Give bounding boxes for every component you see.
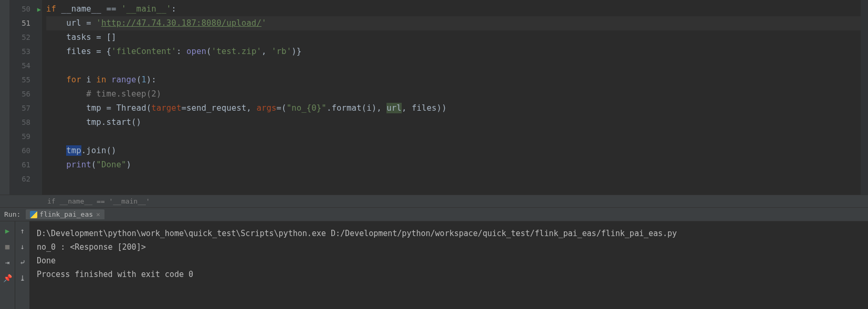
breadcrumb-item[interactable]: if __name__ == '__main__' bbox=[47, 197, 150, 205]
code-editor[interactable]: if __name__ == '__main__': url = 'http:/… bbox=[42, 0, 861, 195]
up-icon[interactable]: ↑ bbox=[20, 227, 24, 235]
line-number[interactable]: 57 bbox=[9, 101, 42, 115]
run-tab-bar: Run: flink_pai_eas × bbox=[0, 208, 868, 221]
code-line[interactable] bbox=[46, 130, 861, 144]
console-line: no_0 : <Response [200]> bbox=[37, 240, 861, 254]
project-strip[interactable] bbox=[0, 0, 9, 195]
run-tool-window: Run: flink_pai_eas × ▶ ■ ⇥ 📌 ↑ ↓ ⤶ ⤓ D:\… bbox=[0, 207, 868, 309]
code-line[interactable] bbox=[46, 172, 861, 186]
line-number[interactable]: 52 bbox=[9, 30, 42, 45]
console-line: Done bbox=[37, 254, 861, 268]
line-number[interactable]: 61 bbox=[9, 158, 42, 172]
code-line[interactable]: tmp = Thread(target=send_request, args=(… bbox=[46, 101, 861, 115]
editor-area: 50▶ 51 52 53 54 55 56 57 58 59 60 61 62 … bbox=[0, 0, 868, 195]
run-toolbar-secondary: ↑ ↓ ⤶ ⤓ bbox=[15, 221, 29, 309]
soft-wrap-icon[interactable]: ⤶ bbox=[19, 258, 26, 267]
line-number[interactable]: 59 bbox=[9, 130, 42, 144]
run-body: ▶ ■ ⇥ 📌 ↑ ↓ ⤶ ⤓ D:\Development\python\wo… bbox=[0, 221, 868, 309]
code-line[interactable]: tmp.start() bbox=[46, 115, 861, 130]
code-line[interactable]: print("Done") bbox=[46, 158, 861, 172]
code-line[interactable]: tasks = [] bbox=[46, 30, 861, 45]
scroll-end-icon[interactable]: ⤓ bbox=[19, 274, 26, 282]
line-number[interactable]: 53 bbox=[9, 45, 42, 59]
line-number[interactable]: 54 bbox=[9, 59, 42, 73]
code-line[interactable]: tmp.join() bbox=[46, 144, 861, 158]
run-tab[interactable]: flink_pai_eas × bbox=[26, 209, 104, 219]
line-number[interactable]: 55 bbox=[9, 73, 42, 87]
console-output[interactable]: D:\Development\python\work_home\quick_te… bbox=[29, 221, 868, 309]
code-line[interactable]: for i in range(1): bbox=[46, 73, 861, 87]
down-icon[interactable]: ↓ bbox=[20, 242, 24, 251]
line-number[interactable]: 58 bbox=[9, 115, 42, 130]
rerun-icon[interactable]: ▶ bbox=[5, 227, 9, 235]
close-icon[interactable]: × bbox=[96, 210, 100, 218]
line-number[interactable]: 62 bbox=[9, 172, 42, 186]
layout-icon[interactable]: ⇥ bbox=[5, 258, 9, 267]
run-toolbar-primary: ▶ ■ ⇥ 📌 bbox=[0, 221, 15, 309]
stop-icon[interactable]: ■ bbox=[5, 242, 9, 251]
line-number[interactable]: 56 bbox=[9, 87, 42, 101]
line-number[interactable]: 50▶ bbox=[9, 2, 42, 16]
breadcrumb-bar[interactable]: if __name__ == '__main__' bbox=[0, 195, 868, 207]
run-tab-title: flink_pai_eas bbox=[39, 210, 93, 218]
code-line[interactable]: files = {'fileContent': open('test.zip',… bbox=[46, 45, 861, 59]
code-line[interactable] bbox=[46, 59, 861, 73]
code-line[interactable]: # time.sleep(2) bbox=[46, 87, 861, 101]
code-line[interactable]: url = 'http://47.74.30.187:8080/upload/' bbox=[46, 16, 861, 30]
pin-icon[interactable]: 📌 bbox=[3, 274, 12, 282]
python-icon bbox=[30, 211, 37, 218]
error-stripe[interactable] bbox=[861, 0, 868, 195]
run-label: Run: bbox=[4, 210, 20, 218]
code-line[interactable]: if __name__ == '__main__': bbox=[46, 2, 861, 16]
line-number[interactable]: 60 bbox=[9, 144, 42, 158]
run-line-icon[interactable]: ▶ bbox=[37, 2, 41, 16]
line-number[interactable]: 51 bbox=[9, 16, 42, 30]
console-line: D:\Development\python\work_home\quick_te… bbox=[37, 227, 861, 240]
gutter[interactable]: 50▶ 51 52 53 54 55 56 57 58 59 60 61 62 bbox=[9, 0, 42, 195]
console-line: Process finished with exit code 0 bbox=[37, 268, 861, 281]
